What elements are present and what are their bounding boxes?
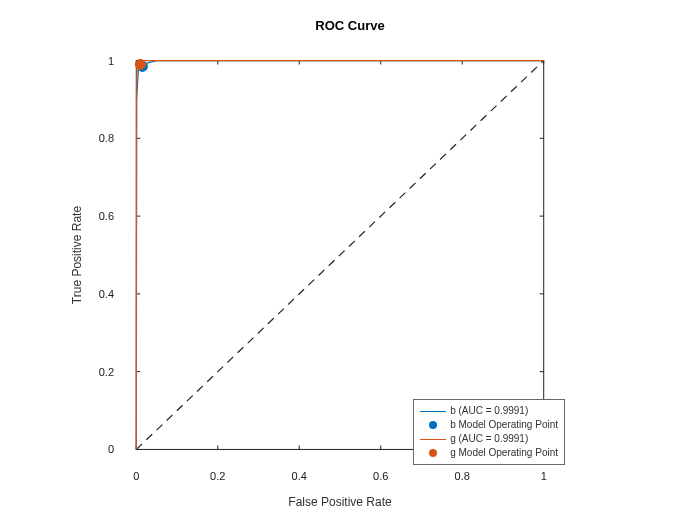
dot-swatch-icon: [420, 447, 446, 459]
x-tick-label: 0.4: [292, 470, 307, 482]
legend-item-g-point: g Model Operating Point: [420, 446, 558, 460]
y-tick-label: 0.8: [84, 132, 114, 144]
svg-line-25: [136, 61, 543, 450]
legend-label: b Model Operating Point: [450, 418, 558, 432]
legend-label: g Model Operating Point: [450, 446, 558, 460]
legend-label: b (AUC = 0.9991): [450, 404, 528, 418]
legend: b (AUC = 0.9991) b Model Operating Point…: [413, 399, 565, 465]
x-tick-label: 0.6: [373, 470, 388, 482]
x-tick-label: 1: [541, 470, 547, 482]
y-tick-label: 1: [84, 55, 114, 67]
dot-swatch-icon: [420, 419, 446, 431]
x-axis-label: False Positive Rate: [120, 495, 560, 509]
y-tick-label: 0.4: [84, 288, 114, 300]
legend-label: g (AUC = 0.9991): [450, 432, 528, 446]
x-tick-label: 0: [133, 470, 139, 482]
y-tick-label: 0.2: [84, 366, 114, 378]
legend-item-g-line: g (AUC = 0.9991): [420, 432, 558, 446]
legend-item-b-point: b Model Operating Point: [420, 418, 558, 432]
line-swatch-icon: [420, 433, 446, 445]
x-tick-label: 0.2: [210, 470, 225, 482]
svg-point-27: [135, 59, 145, 69]
y-tick-label: 0: [84, 443, 114, 455]
line-swatch-icon: [420, 405, 446, 417]
chart-title: ROC Curve: [0, 18, 700, 33]
y-tick-label: 0.6: [84, 210, 114, 222]
x-tick-label: 0.8: [455, 470, 470, 482]
roc-figure: ROC Curve False Positive Rate True Posit…: [0, 0, 700, 525]
y-axis-label: True Positive Rate: [70, 0, 90, 45]
legend-item-b-line: b (AUC = 0.9991): [420, 404, 558, 418]
